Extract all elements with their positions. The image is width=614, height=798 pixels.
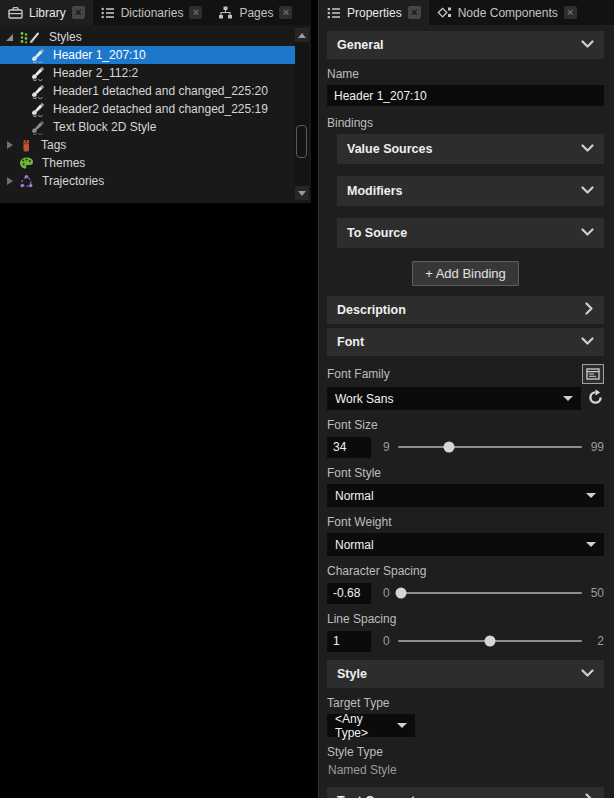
tree-item-text-block-style[interactable]: Text Block 2D Style <box>0 118 295 136</box>
name-label: Name <box>327 67 604 81</box>
character-spacing-input[interactable] <box>327 583 371 604</box>
close-icon[interactable]: × <box>189 6 202 19</box>
tab-pages[interactable]: Pages × <box>210 0 300 25</box>
close-icon[interactable]: × <box>408 6 421 19</box>
tab-properties[interactable]: Properties × <box>319 0 429 25</box>
tab-label: Dictionaries <box>121 6 184 20</box>
tree-item-label: Text Block 2D Style <box>51 120 156 134</box>
section-title: General <box>337 38 384 52</box>
add-binding-button[interactable]: + Add Binding <box>412 261 519 286</box>
section-font[interactable]: Font <box>327 328 604 356</box>
chevron-down-icon <box>581 667 594 681</box>
dropdown-caret-icon <box>397 723 407 728</box>
expander-icon[interactable] <box>3 177 16 185</box>
tree-item-styles[interactable]: Styles <box>0 28 295 46</box>
section-description[interactable]: Description <box>327 296 604 324</box>
tab-library[interactable]: Library × <box>0 0 93 25</box>
section-general[interactable]: General <box>327 31 604 59</box>
tree-item-themes[interactable]: Themes <box>0 154 295 172</box>
dialog-icon <box>586 368 600 380</box>
add-binding-label: Add Binding <box>436 266 506 281</box>
reset-icon[interactable] <box>587 389 604 409</box>
scrollbar-thumb[interactable] <box>296 125 307 158</box>
section-to-source[interactable]: To Source <box>337 218 604 248</box>
tree-item-header2[interactable]: Header 2_112:2 <box>0 64 295 82</box>
name-input[interactable] <box>327 85 604 106</box>
tree-item-label: Trajectories <box>40 174 104 188</box>
tree-item-label: Header 1_207:10 <box>51 48 146 62</box>
dropdown-caret-icon <box>586 542 596 547</box>
tree-item-tags[interactable]: Tags <box>0 136 295 154</box>
tree-item-label: Header2 detached and changed_225:19 <box>51 102 268 116</box>
properties-panel: Properties × Node Components × General N… <box>318 0 614 798</box>
target-type-value: <Any Type> <box>335 712 397 740</box>
tree-item-label: Styles <box>47 30 82 44</box>
character-spacing-min: 0 <box>383 586 390 600</box>
section-title: Description <box>337 303 406 317</box>
font-style-dropdown[interactable]: Normal <box>327 484 604 507</box>
font-family-dropdown[interactable]: Work Sans <box>327 387 581 410</box>
tree-scrollbar[interactable] <box>295 28 309 200</box>
font-size-slider[interactable] <box>398 446 582 448</box>
font-size-max: 99 <box>590 440 604 454</box>
app-window: Library × Dictionaries × Pages × <box>0 0 614 798</box>
section-text-concept[interactable]: Text Concept <box>327 787 604 798</box>
style-type-value: Named Style <box>328 763 604 777</box>
tab-dictionaries[interactable]: Dictionaries × <box>93 0 211 25</box>
tree-item-header1-detached[interactable]: Header1 detached and changed_225:20 <box>0 82 295 100</box>
font-weight-value: Normal <box>335 538 374 552</box>
line-spacing-slider[interactable] <box>398 640 582 642</box>
trajectory-icon <box>19 174 34 189</box>
scroll-up-button[interactable] <box>295 28 309 42</box>
chevron-down-icon <box>581 184 594 198</box>
tree-item-label: Themes <box>40 156 85 170</box>
section-style[interactable]: Style <box>327 660 604 688</box>
font-size-min: 9 <box>383 440 390 454</box>
line-spacing-row: 0 2 <box>327 630 604 652</box>
properties-content: General Name Bindings Value Sources Modi… <box>319 25 614 798</box>
section-title: Font <box>337 335 364 349</box>
tab-label: Properties <box>347 6 402 20</box>
target-type-label: Target Type <box>327 696 604 710</box>
tab-label: Library <box>29 6 66 20</box>
line-spacing-input[interactable] <box>327 631 371 652</box>
character-spacing-row: 0 50 <box>327 582 604 604</box>
font-browser-button[interactable] <box>582 364 604 384</box>
line-spacing-min: 0 <box>383 634 390 648</box>
font-weight-dropdown[interactable]: Normal <box>327 533 604 556</box>
close-icon[interactable]: × <box>279 6 292 19</box>
tab-node-components[interactable]: Node Components × <box>429 0 585 25</box>
slider-handle[interactable] <box>444 442 455 453</box>
toolbox-icon <box>8 6 23 19</box>
font-family-value: Work Sans <box>335 392 393 406</box>
tree-item-label: Tags <box>39 138 66 152</box>
font-size-label: Font Size <box>327 418 604 432</box>
font-size-input[interactable] <box>327 437 371 458</box>
tree-item-header1[interactable]: Header 1_207:10 <box>0 46 295 64</box>
character-spacing-slider[interactable] <box>398 592 582 594</box>
tag-icon <box>19 138 33 153</box>
font-family-label: Font Family <box>327 367 390 381</box>
style-type-label: Style Type <box>327 745 604 759</box>
tree-item-header2-detached[interactable]: Header2 detached and changed_225:19 <box>0 100 295 118</box>
expander-icon[interactable] <box>3 34 16 41</box>
section-value-sources[interactable]: Value Sources <box>337 134 604 164</box>
close-icon[interactable]: × <box>72 6 85 19</box>
slider-handle[interactable] <box>396 588 407 599</box>
section-modifiers[interactable]: Modifiers <box>337 176 604 206</box>
brush-icon <box>30 84 45 99</box>
line-spacing-label: Line Spacing <box>327 612 604 626</box>
section-title: Style <box>337 667 367 681</box>
section-title: Value Sources <box>347 142 432 156</box>
styles-icon <box>19 30 41 44</box>
scroll-down-button[interactable] <box>295 186 309 200</box>
tree-item-label: Header1 detached and changed_225:20 <box>51 84 268 98</box>
target-type-dropdown[interactable]: <Any Type> <box>327 714 415 737</box>
slider-handle[interactable] <box>484 636 495 647</box>
tree-item-trajectories[interactable]: Trajectories <box>0 172 295 190</box>
expander-icon[interactable] <box>3 141 16 149</box>
brush-icon <box>30 66 45 81</box>
close-icon[interactable]: × <box>564 6 577 19</box>
dropdown-caret-icon <box>563 396 573 401</box>
brush-icon <box>30 102 45 117</box>
